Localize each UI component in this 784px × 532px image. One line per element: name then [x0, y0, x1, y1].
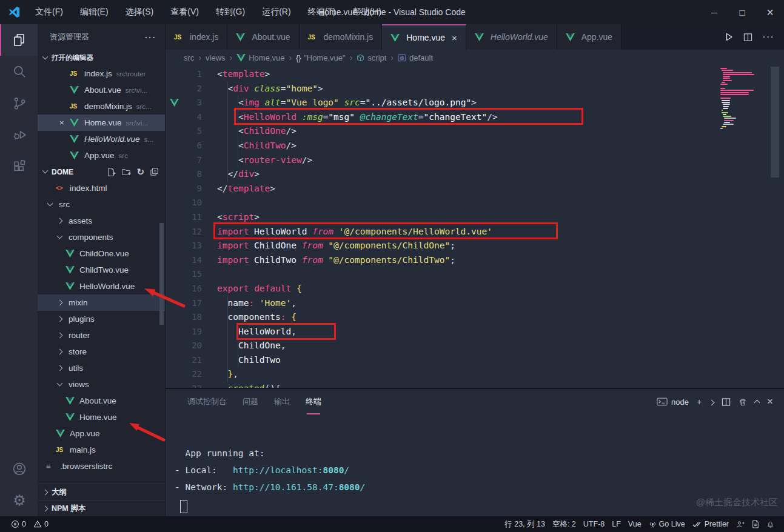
code-line-20[interactable]: 20 ChildOne,: [166, 339, 784, 353]
tree-item-.browserslistrc[interactable]: ≡.browserslistrc: [38, 458, 165, 474]
project-section-header[interactable]: DOME ↻: [38, 164, 165, 180]
breadcrumb-item-"Home.vue"[interactable]: {}"Home.vue": [296, 53, 346, 62]
open-editor-About.vue[interactable]: About.vuesrc\vi...: [38, 82, 165, 98]
tab-App.vue[interactable]: App.vue: [557, 24, 622, 50]
tab-index.js[interactable]: JSindex.js: [166, 24, 227, 50]
extensions-icon[interactable]: [0, 150, 38, 182]
section-大纲[interactable]: 大纲: [38, 484, 165, 500]
close-button[interactable]: ×: [756, 0, 784, 24]
panel-tab-终端[interactable]: 终端: [306, 393, 321, 411]
source-control-icon[interactable]: [0, 87, 38, 119]
accounts-icon[interactable]: [0, 453, 38, 485]
code-line-2[interactable]: 2 <div class="home">: [166, 82, 784, 96]
terminal-link[interactable]: http://localhost:: [233, 465, 323, 475]
tree-item-mixin[interactable]: mixin: [38, 294, 165, 311]
tab-Home.vue[interactable]: Home.vue×: [382, 24, 466, 50]
status-0[interactable]: 0: [7, 520, 30, 528]
kill-icon[interactable]: [739, 397, 747, 407]
new-terminal-icon[interactable]: +: [697, 397, 702, 407]
code-line-4[interactable]: 4 <HelloWorld :msg="msg" @changeText="ch…: [166, 110, 784, 125]
open-editor-HelloWorld.vue[interactable]: HelloWorld.vues...: [38, 131, 165, 147]
menu-item-查看(V)[interactable]: 查看(V): [163, 4, 206, 20]
explorer-icon[interactable]: [0, 24, 38, 56]
sidebar-scrollbar[interactable]: [159, 223, 164, 325]
search-icon[interactable]: [0, 56, 38, 87]
minimize-button[interactable]: ─: [700, 0, 728, 24]
editor-scrollbar[interactable]: [771, 67, 779, 178]
code-line-5[interactable]: 5 <ChildOne/>: [166, 124, 784, 139]
breadcrumb-item-default[interactable]: @default: [398, 53, 433, 62]
tree-item-components[interactable]: components: [38, 229, 165, 245]
status-Vue[interactable]: Vue: [625, 520, 645, 528]
status-bell[interactable]: [763, 520, 778, 528]
tab-demoMixin.js[interactable]: JSdemoMixin.js: [300, 24, 383, 50]
terminal-link[interactable]: 8080: [339, 482, 360, 492]
tree-item-index.html[interactable]: <>index.html: [38, 180, 165, 196]
terminal-link[interactable]: http://10.161.58.47:: [233, 482, 339, 492]
tree-item-main.js[interactable]: JSmain.js: [38, 442, 165, 458]
tree-item-src[interactable]: src: [38, 196, 165, 213]
tree-item-App.vue[interactable]: App.vue: [38, 425, 165, 442]
terminal-link[interactable]: /: [344, 465, 349, 475]
run-icon[interactable]: [724, 32, 734, 42]
code-line-17[interactable]: 17 name: 'Home',: [166, 296, 784, 311]
terminal-link[interactable]: /: [360, 482, 366, 492]
collapse-all-icon[interactable]: [150, 167, 159, 176]
run-debug-icon[interactable]: [0, 119, 38, 150]
tree-item-router[interactable]: router: [38, 327, 165, 344]
code-line-6[interactable]: 6 <ChildTwo/>: [166, 139, 784, 153]
new-file-icon[interactable]: [106, 167, 116, 177]
code-line-3[interactable]: 3 <img alt="Vue logo" src="../assets/log…: [166, 96, 784, 110]
tree-item-plugins[interactable]: plugins: [38, 311, 165, 327]
breadcrumb-item-Home.vue[interactable]: Home.vue: [236, 53, 284, 62]
code-line-10[interactable]: 10: [166, 196, 784, 210]
open-editor-index.js[interactable]: JSindex.jssrc\router: [38, 65, 165, 82]
menu-item-文件(F)[interactable]: 文件(F): [28, 4, 70, 20]
more-icon[interactable]: ···: [762, 31, 774, 43]
new-folder-icon[interactable]: [121, 167, 131, 177]
code-line-18[interactable]: 18 components: {: [166, 310, 784, 325]
code-line-7[interactable]: 7 <router-view/>: [166, 153, 784, 168]
tree-item-utils[interactable]: utils: [38, 360, 165, 376]
status-空格: 2[interactable]: 空格: 2: [549, 519, 580, 530]
code-line-21[interactable]: 21 ChildTwo: [166, 353, 784, 368]
maximize-icon[interactable]: [755, 397, 759, 407]
tree-item-assets[interactable]: assets: [38, 213, 165, 229]
tree-item-HelloWorld.vue[interactable]: HelloWorld.vue: [38, 278, 165, 294]
tree-item-store[interactable]: store: [38, 344, 165, 360]
code-line-16[interactable]: 16export default {: [166, 282, 784, 296]
section-NPM 脚本[interactable]: NPM 脚本: [38, 500, 165, 516]
code-line-12[interactable]: 12import HelloWorld from '@/components/H…: [166, 225, 784, 239]
status-Prettier[interactable]: Prettier: [689, 520, 732, 528]
status-行 23, 列 13[interactable]: 行 23, 列 13: [501, 519, 549, 530]
tree-item-views[interactable]: views: [38, 376, 165, 393]
close-editor-icon[interactable]: ×: [59, 118, 70, 127]
code-line-22[interactable]: 22 },: [166, 367, 784, 382]
code-line-1[interactable]: 1<template>: [166, 67, 784, 82]
open-editors-header[interactable]: 打开的编辑器: [38, 50, 165, 65]
tree-item-Home.vue[interactable]: Home.vue: [38, 409, 165, 425]
menu-item-转到(G)[interactable]: 转到(G): [209, 4, 252, 20]
code-line-14[interactable]: 14import ChildTwo from "@/components/Chi…: [166, 253, 784, 268]
menu-item-选择(S)[interactable]: 选择(S): [118, 4, 161, 20]
status-0[interactable]: 0: [30, 520, 52, 528]
open-editor-App.vue[interactable]: App.vuesrc: [38, 147, 165, 164]
tree-item-ChildOne.vue[interactable]: ChildOne.vue: [38, 245, 165, 262]
panel-tab-输出[interactable]: 输出: [274, 393, 290, 411]
menu-item-编辑(E)[interactable]: 编辑(E): [73, 4, 116, 20]
code-line-23[interactable]: 23 created(){: [166, 382, 784, 388]
more-actions-icon[interactable]: ···: [145, 33, 156, 42]
code-line-15[interactable]: 15: [166, 267, 784, 282]
code-line-8[interactable]: 8 </div>: [166, 167, 784, 182]
panel-tab-问题[interactable]: 问题: [243, 393, 258, 411]
status-LF[interactable]: LF: [608, 520, 625, 528]
breadcrumb-item-script[interactable]: script: [357, 53, 386, 62]
panel-tab-调试控制台[interactable]: 调试控制台: [187, 393, 227, 411]
code-line-11[interactable]: 11<script>: [166, 210, 784, 225]
shell-selector[interactable]: node: [657, 397, 689, 407]
code-line-9[interactable]: 9</template>: [166, 182, 784, 196]
close-icon[interactable]: ×: [767, 396, 773, 408]
code-line-19[interactable]: 19 HelloWorld,: [166, 325, 784, 339]
terminal-link[interactable]: 8080: [323, 465, 344, 475]
open-editor-Home.vue[interactable]: ×Home.vuesrc\vi...: [38, 115, 165, 131]
